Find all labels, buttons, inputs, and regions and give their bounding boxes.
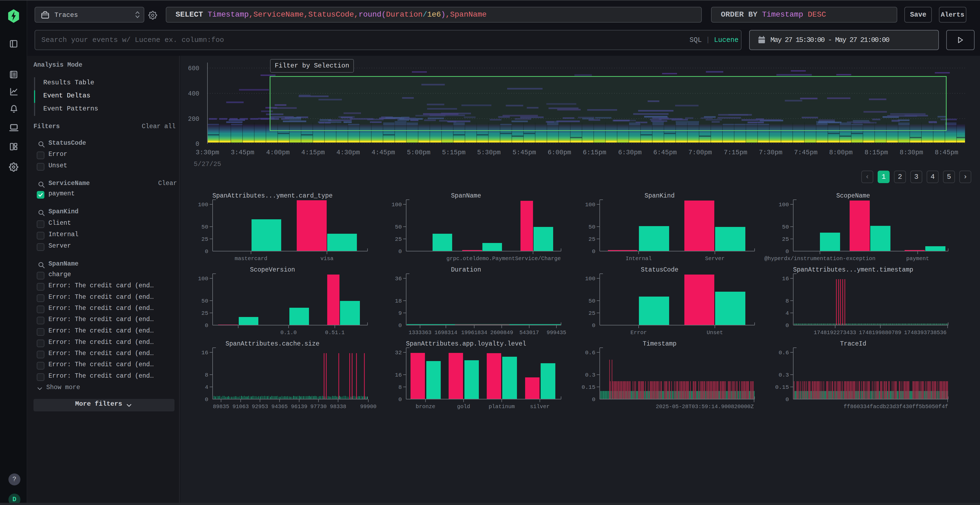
svg-text:100: 100 — [198, 202, 208, 208]
svg-text:StatusCode: StatusCode — [641, 266, 678, 273]
svg-text:SpanAttributes.cache.size: SpanAttributes.cache.size — [225, 340, 319, 348]
svg-text:0.6: 0.6 — [585, 349, 595, 356]
svg-text:94365: 94365 — [271, 403, 288, 410]
svg-text:0.15: 0.15 — [582, 384, 595, 391]
svg-text:5:00pm: 5:00pm — [407, 149, 430, 156]
svg-text:0.15: 0.15 — [775, 384, 789, 391]
svg-text:4:30pm: 4:30pm — [336, 149, 360, 156]
svg-text:50: 50 — [782, 224, 789, 230]
svg-text:6:45pm: 6:45pm — [653, 149, 677, 156]
svg-text:4:15pm: 4:15pm — [301, 149, 325, 156]
svg-text:98338: 98338 — [330, 403, 346, 410]
svg-text:0: 0 — [592, 397, 595, 403]
svg-text:4: 4 — [205, 384, 208, 391]
svg-text:25: 25 — [589, 236, 595, 243]
svg-text:Timestamp: Timestamp — [643, 340, 676, 348]
svg-text:0: 0 — [196, 141, 199, 148]
svg-text:gold: gold — [457, 403, 470, 410]
svg-text:25: 25 — [395, 236, 402, 243]
svg-text:Unset: Unset — [707, 329, 723, 336]
svg-text:2025-05-28T03:59:14.900820000Z: 2025-05-28T03:59:14.900820000Z — [656, 403, 754, 410]
svg-text:0: 0 — [205, 248, 208, 255]
svg-text:50: 50 — [202, 298, 208, 304]
svg-text:6:15pm: 6:15pm — [583, 149, 606, 156]
svg-text:96139: 96139 — [291, 403, 307, 410]
svg-text:8: 8 — [785, 298, 789, 304]
svg-text:3:45pm: 3:45pm — [231, 149, 254, 156]
svg-text:18: 18 — [395, 298, 402, 304]
svg-text:0: 0 — [592, 248, 595, 255]
svg-text:8:45pm: 8:45pm — [935, 149, 958, 156]
svg-text:50: 50 — [202, 224, 208, 230]
svg-text:Duration: Duration — [451, 266, 481, 273]
svg-text:1698314: 1698314 — [434, 329, 457, 336]
svg-text:0: 0 — [398, 248, 402, 255]
svg-text:16: 16 — [782, 276, 789, 282]
svg-text:@hyperdx/instrumentation-excep: @hyperdx/instrumentation-exception — [764, 256, 875, 262]
svg-text:0: 0 — [785, 397, 789, 403]
svg-text:0: 0 — [205, 397, 208, 403]
svg-text:6:30pm: 6:30pm — [618, 149, 642, 156]
svg-text:8: 8 — [398, 384, 402, 391]
svg-text:0.3: 0.3 — [778, 372, 789, 378]
svg-text:4: 4 — [785, 310, 789, 316]
svg-text:0: 0 — [785, 248, 789, 255]
svg-text:50: 50 — [395, 224, 402, 230]
svg-text:6:00pm: 6:00pm — [548, 149, 571, 156]
svg-text:0: 0 — [205, 322, 208, 329]
svg-text:8:00pm: 8:00pm — [829, 149, 853, 156]
svg-text:0.3: 0.3 — [585, 372, 595, 378]
svg-text:silver: silver — [530, 403, 550, 410]
svg-text:543017: 543017 — [519, 329, 539, 336]
svg-text:Server: Server — [705, 256, 725, 262]
svg-text:999435: 999435 — [547, 329, 566, 336]
svg-text:100: 100 — [585, 202, 595, 208]
svg-text:100: 100 — [391, 202, 402, 208]
svg-text:4:45pm: 4:45pm — [372, 149, 395, 156]
svg-text:SpanAttributes...yment.card_ty: SpanAttributes...yment.card_type — [212, 192, 332, 199]
svg-text:Error: Error — [630, 329, 647, 336]
svg-text:9: 9 — [398, 310, 402, 316]
svg-text:platinum: platinum — [488, 403, 515, 410]
svg-text:7:45pm: 7:45pm — [794, 149, 818, 156]
svg-text:1748393738536: 1748393738536 — [904, 329, 947, 336]
svg-text:16: 16 — [202, 349, 208, 356]
svg-text:25: 25 — [589, 310, 595, 316]
svg-text:ScopeName: ScopeName — [836, 192, 870, 199]
svg-text:50: 50 — [589, 298, 595, 304]
svg-text:SpanName: SpanName — [451, 192, 481, 199]
svg-text:91063: 91063 — [232, 403, 249, 410]
svg-text:visa: visa — [320, 256, 334, 262]
svg-text:7:15pm: 7:15pm — [724, 149, 747, 156]
svg-text:600: 600 — [188, 65, 199, 72]
svg-text:100: 100 — [778, 202, 789, 208]
svg-text:bronze: bronze — [416, 403, 435, 410]
svg-text:ScopeVersion: ScopeVersion — [250, 266, 295, 273]
svg-text:50: 50 — [589, 224, 595, 230]
svg-text:19961834: 19961834 — [461, 329, 487, 336]
svg-text:1333363: 1333363 — [409, 329, 431, 336]
svg-text:36: 36 — [395, 276, 402, 282]
svg-text:8:15pm: 8:15pm — [865, 149, 888, 156]
svg-text:1748199880789: 1748199880789 — [859, 329, 901, 336]
svg-text:5/27/25: 5/27/25 — [194, 160, 221, 168]
svg-text:400: 400 — [188, 91, 199, 97]
svg-text:0.51.1: 0.51.1 — [325, 329, 345, 336]
svg-text:89835: 89835 — [213, 403, 229, 410]
svg-text:3:30pm: 3:30pm — [196, 149, 219, 156]
svg-text:7:00pm: 7:00pm — [689, 149, 712, 156]
svg-text:8:30pm: 8:30pm — [900, 149, 923, 156]
svg-text:grpc.oteldemo.PaymentService/C: grpc.oteldemo.PaymentService/Charge — [447, 256, 561, 262]
svg-text:25: 25 — [202, 310, 208, 316]
svg-text:200: 200 — [188, 116, 199, 123]
svg-text:1748192273433: 1748192273433 — [814, 329, 856, 336]
svg-text:0: 0 — [592, 322, 595, 329]
svg-text:5:45pm: 5:45pm — [512, 149, 536, 156]
svg-text:mastercard: mastercard — [235, 256, 267, 262]
svg-text:0.6: 0.6 — [778, 349, 789, 356]
svg-text:0: 0 — [398, 322, 402, 329]
svg-text:25: 25 — [782, 236, 789, 243]
svg-text:5:30pm: 5:30pm — [477, 149, 501, 156]
svg-text:0: 0 — [785, 322, 789, 329]
svg-text:7:30pm: 7:30pm — [759, 149, 783, 156]
